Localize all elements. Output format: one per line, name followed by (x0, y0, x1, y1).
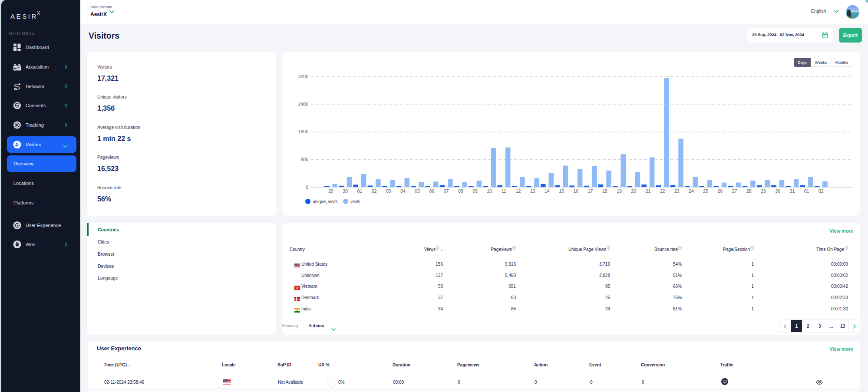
svg-text:visits: visits (350, 199, 360, 204)
svg-text:13: 13 (530, 188, 535, 194)
svg-text:14: 14 (545, 188, 550, 194)
svg-text:24: 24 (689, 188, 694, 194)
svg-text:27: 27 (732, 188, 737, 194)
svg-text:22: 22 (660, 188, 665, 194)
svg-text:01: 01 (357, 188, 363, 194)
svg-text:16: 16 (574, 188, 579, 194)
svg-text:26: 26 (718, 188, 723, 194)
svg-text:03: 03 (386, 188, 391, 194)
svg-text:31: 31 (790, 188, 795, 194)
svg-text:0: 0 (306, 184, 308, 190)
svg-text:19: 19 (617, 188, 622, 194)
svg-text:2400: 2400 (298, 102, 309, 107)
svg-text:28: 28 (746, 188, 752, 194)
svg-text:1600: 1600 (298, 129, 309, 134)
svg-text:29: 29 (328, 188, 333, 194)
svg-text:02: 02 (372, 188, 377, 194)
svg-text:02: 02 (818, 188, 824, 194)
svg-text:04: 04 (400, 188, 406, 194)
svg-text:17: 17 (588, 188, 593, 194)
svg-text:800: 800 (300, 157, 308, 162)
svg-text:07: 07 (444, 188, 449, 194)
svg-text:29: 29 (761, 188, 766, 194)
svg-text:10: 10 (487, 188, 492, 194)
svg-text:unique_visits: unique_visits (313, 199, 338, 204)
svg-text:30: 30 (775, 188, 780, 194)
svg-text:18: 18 (602, 188, 607, 194)
svg-text:21: 21 (646, 188, 651, 194)
svg-text:23: 23 (674, 188, 680, 194)
svg-text:15: 15 (559, 188, 564, 194)
svg-text:12: 12 (516, 188, 521, 194)
svg-text:06: 06 (429, 188, 435, 194)
svg-text:3200: 3200 (298, 74, 309, 79)
svg-text:25: 25 (703, 188, 708, 194)
svg-text:08: 08 (458, 188, 463, 194)
svg-text:01: 01 (804, 188, 809, 194)
svg-text:05: 05 (415, 188, 420, 194)
svg-text:20: 20 (631, 188, 636, 194)
svg-text:30: 30 (343, 188, 348, 194)
svg-text:09: 09 (472, 188, 478, 194)
svg-text:11: 11 (502, 188, 506, 194)
